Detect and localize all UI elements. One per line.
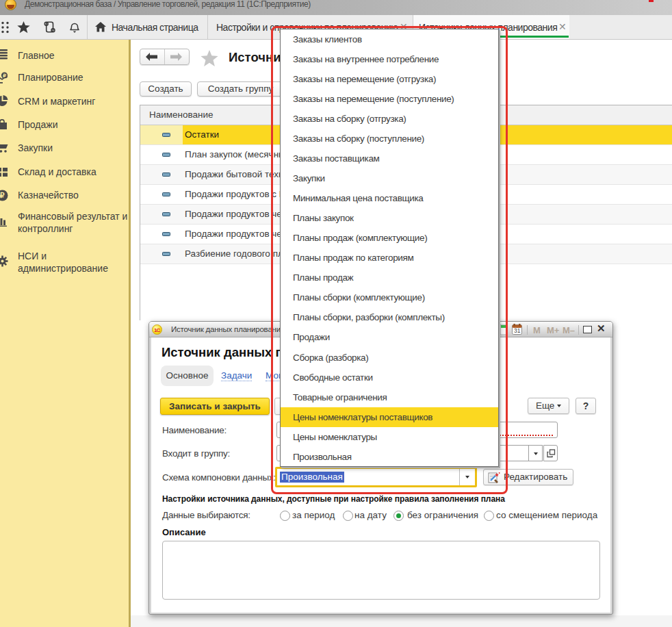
svg-text:31: 31 [514, 327, 521, 334]
svg-text:₽: ₽ [0, 191, 5, 199]
svg-text:₽: ₽ [3, 73, 6, 79]
